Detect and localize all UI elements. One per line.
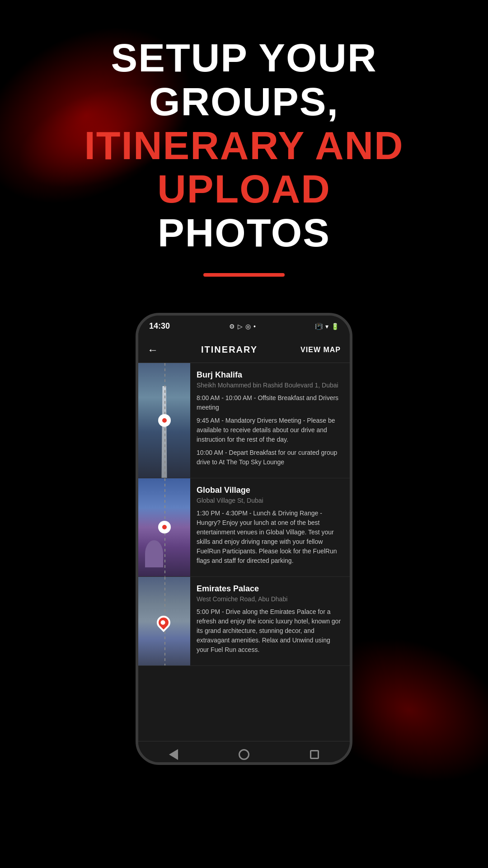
pin-outer-global <box>158 521 171 533</box>
burj-event-1: 8:00 AM - 10:00 AM - Offsite Breakfast a… <box>197 393 343 412</box>
wifi-icon: ▾ <box>325 323 328 330</box>
global-location-address: Global Village St, Dubai <box>197 497 343 504</box>
item-image-burj <box>138 363 190 478</box>
itinerary-item-emirates-palace: Emirates Palace West Corniche Road, Abu … <box>138 577 350 666</box>
item-image-global <box>138 478 190 576</box>
location-pin-global <box>158 521 171 533</box>
home-nav-button[interactable] <box>233 743 255 765</box>
itinerary-item-global-village: Global Village Global Village St, Dubai … <box>138 478 350 577</box>
hero-title-line3: PHOTOS <box>158 210 330 255</box>
item-content-emirates: Emirates Palace West Corniche Road, Abu … <box>190 577 350 665</box>
burj-location-address: Sheikh Mohammed bin Rashid Boulevard 1, … <box>197 382 343 389</box>
status-time: 14:30 <box>149 321 170 331</box>
pin-inner-burj <box>161 417 168 424</box>
pin-outer-burj <box>158 414 171 427</box>
home-circle-icon <box>239 749 249 760</box>
global-location-name: Global Village <box>197 486 343 495</box>
burj-event-3: 10:00 AM - Depart Breakfast for our cura… <box>197 448 343 467</box>
global-event-1: 1:30 PM - 4:30PM - Lunch & Driving Range… <box>197 509 343 566</box>
nav-title: ITINERARY <box>201 344 258 355</box>
target-icon: ◎ <box>245 323 251 330</box>
recent-nav-button[interactable] <box>303 743 326 765</box>
pin-drop-container <box>157 616 172 636</box>
view-map-button[interactable]: VIEW MAP <box>300 346 341 354</box>
itinerary-list: Burj Khalifa Sheikh Mohammed bin Rashid … <box>138 363 350 741</box>
emirates-location-name: Emirates Palace <box>197 584 343 594</box>
vibrate-icon: 📳 <box>315 323 323 330</box>
emirates-location-address: West Corniche Road, Abu Dhabi <box>197 595 343 603</box>
phone-container: 14:30 ⚙ ▷ ◎ • 📳 ▾ 🔋 ← ITINERARY VIEW MAP <box>0 313 488 765</box>
back-nav-button[interactable] <box>162 743 185 765</box>
recent-square-icon <box>310 750 319 759</box>
item-content-burj: Burj Khalifa Sheikh Mohammed bin Rashid … <box>190 363 350 478</box>
play-icon: ▷ <box>238 323 243 330</box>
location-pin-emirates <box>157 616 172 636</box>
pin-inner-global <box>161 524 168 531</box>
status-right: 📳 ▾ 🔋 <box>315 323 339 330</box>
burj-location-name: Burj Khalifa <box>197 370 343 380</box>
back-triangle-icon <box>169 749 178 760</box>
emirates-event-1: 5:00 PM - Drive along the Emirates Palac… <box>197 607 343 655</box>
back-button[interactable]: ← <box>147 344 158 356</box>
hero-title-line2: ITINERARY AND UPLOAD <box>84 123 404 212</box>
hero-section: SETUP YOUR GROUPS, ITINERARY AND UPLOAD … <box>0 0 488 313</box>
burj-event-2: 9:45 AM - Mandatory Drivers Meeting - Pl… <box>197 416 343 444</box>
item-content-global: Global Village Global Village St, Dubai … <box>190 478 350 576</box>
battery-icon: 🔋 <box>331 323 339 330</box>
hero-title: SETUP YOUR GROUPS, ITINERARY AND UPLOAD … <box>27 36 461 255</box>
red-divider <box>203 273 285 277</box>
item-image-emirates <box>138 577 190 665</box>
pin-drop-dot <box>160 619 166 626</box>
dot-icon: • <box>253 323 256 330</box>
location-pin-burj <box>158 414 171 427</box>
settings-icon: ⚙ <box>229 323 235 330</box>
pin-drop-head <box>154 613 173 632</box>
bottom-nav <box>138 741 350 765</box>
hero-title-line1: SETUP YOUR GROUPS, <box>111 35 377 124</box>
status-icons: ⚙ ▷ ◎ • <box>229 323 256 330</box>
phone-mockup: 14:30 ⚙ ▷ ◎ • 📳 ▾ 🔋 ← ITINERARY VIEW MAP <box>136 313 352 765</box>
status-bar: 14:30 ⚙ ▷ ◎ • 📳 ▾ 🔋 <box>138 316 350 337</box>
itinerary-item-burj-khalifa: Burj Khalifa Sheikh Mohammed bin Rashid … <box>138 363 350 478</box>
top-nav: ← ITINERARY VIEW MAP <box>138 337 350 363</box>
